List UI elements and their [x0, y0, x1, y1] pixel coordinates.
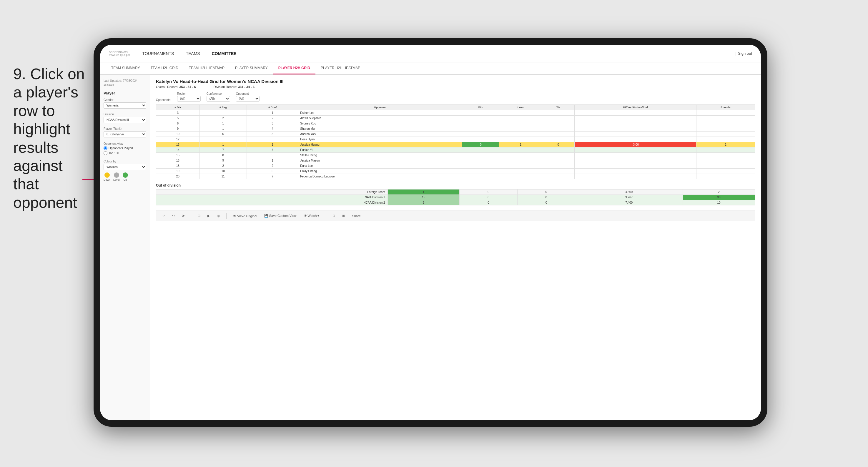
cell-loss: [499, 158, 542, 163]
out-col3-ncaa2: 0: [517, 200, 575, 206]
sub-nav-player-summary[interactable]: PLAYER SUMMARY: [230, 62, 273, 74]
share-button[interactable]: Share: [350, 214, 362, 218]
player-rank-select[interactable]: 8. Katelyn Vo: [103, 131, 146, 137]
out-of-division-table: Foreign Team 1 0 0 4.500 2 NAIA Division…: [156, 189, 755, 206]
out-col2-foreign: 0: [460, 189, 517, 195]
cell-rounds: [696, 116, 755, 121]
toolbar-redo-1[interactable]: ↪: [170, 213, 177, 218]
radio-top-100[interactable]: Top 100: [103, 151, 146, 155]
opponents-filter-group: Opponents:: [156, 98, 171, 101]
cell-tie: [542, 126, 575, 131]
out-win-foreign: 1: [388, 189, 460, 195]
toolbar-layout[interactable]: ⊡: [331, 213, 337, 218]
out-team-ncaa2: NCAA Division 2: [156, 200, 388, 206]
table-row-10[interactable]: 1822Euna Lee: [156, 163, 755, 168]
division-select[interactable]: NCAA Division III: [103, 117, 146, 123]
sub-nav-team-summary[interactable]: TEAM SUMMARY: [106, 62, 145, 74]
colour-by-select[interactable]: Win/loss: [103, 164, 146, 170]
out-row-foreign-team[interactable]: Foreign Team 1 0 0 4.500 2: [156, 189, 755, 195]
out-col2-naia: 0: [460, 195, 517, 200]
toolbar-undo[interactable]: ↩: [161, 213, 167, 218]
toolbar-redo-2[interactable]: ⟳: [180, 213, 186, 218]
dot-group-level: Level: [113, 173, 120, 181]
toolbar-grid[interactable]: ⊞: [196, 213, 202, 218]
cell-conf: 3: [247, 121, 298, 126]
sub-nav-player-h2h-grid[interactable]: PLAYER H2H GRID: [273, 62, 315, 74]
table-row-12[interactable]: 20117Federica Domecq Lacroze: [156, 174, 755, 179]
nav-teams[interactable]: TEAMS: [186, 50, 200, 57]
cell-win: [462, 174, 499, 179]
sign-out-button[interactable]: Sign out: [738, 51, 752, 56]
out-win-ncaa2: 5: [388, 200, 460, 206]
cell-tie: [542, 131, 575, 137]
last-updated-time: 16:55:38: [103, 83, 146, 86]
gender-select[interactable]: Women's: [103, 102, 146, 108]
radio-opponents-played[interactable]: Opponents Played: [103, 146, 146, 150]
table-row-6[interactable]: 1311Jessica Huang010-3.002: [156, 142, 755, 148]
cell-opponent: Sharon Mun: [298, 126, 462, 131]
col-conf: # Conf: [247, 105, 298, 111]
toolbar-circle[interactable]: ◎: [215, 213, 222, 218]
cell-reg: 1: [199, 121, 247, 126]
cell-win: [462, 121, 499, 126]
table-row-7[interactable]: 1474Eunice Yi: [156, 148, 755, 153]
cell-opponent: Federica Domecq Lacroze: [298, 174, 462, 179]
table-row-0[interactable]: 31Esther Lee: [156, 111, 755, 116]
col-tie: Tie: [542, 105, 575, 111]
cell-conf: [247, 137, 298, 142]
cell-div: 14: [156, 148, 200, 153]
cell-div: 16: [156, 158, 200, 163]
filters-row: Opponents: Region (All) Conference (All): [156, 92, 755, 101]
region-filter-select[interactable]: (All): [177, 96, 201, 101]
sub-nav-team-h2h-grid[interactable]: TEAM H2H GRID: [145, 62, 184, 74]
cell-rounds: [696, 158, 755, 163]
cell-reg: 2: [199, 116, 247, 121]
cell-loss: [499, 126, 542, 131]
division-record-value: 331 - 34 - 6: [238, 85, 254, 89]
save-custom-view-button[interactable]: 💾 Save Custom View: [262, 213, 298, 218]
cell-diff: [575, 116, 696, 121]
logo-sub: Powered by clippd: [109, 54, 131, 57]
cell-reg: 10: [199, 168, 247, 174]
table-row-9[interactable]: 1691Jessica Mason: [156, 158, 755, 163]
view-original-button[interactable]: 👁 View: Original: [231, 214, 259, 218]
watch-button[interactable]: 👁 Watch ▾: [302, 213, 321, 218]
cell-opponent: Alexis Sudjianto: [298, 116, 462, 121]
cell-win: [462, 126, 499, 131]
table-row-4[interactable]: 1063Andrea York: [156, 131, 755, 137]
opponent-filter-label: Opponent: [236, 92, 259, 95]
cell-reg: 1: [199, 126, 247, 131]
cell-tie: [542, 163, 575, 168]
dot-down: [104, 173, 110, 178]
table-row-5[interactable]: 12Heeji Hyun: [156, 137, 755, 142]
cell-opponent: Eunice Yi: [298, 148, 462, 153]
cell-rounds: 2: [696, 142, 755, 148]
conference-filter-select[interactable]: (All): [207, 96, 230, 101]
player-rank-label: Player (Rank): [103, 127, 146, 130]
cell-conf: 4: [247, 126, 298, 131]
opponent-filter-select[interactable]: (All): [236, 96, 259, 101]
table-row-11[interactable]: 19106Emily Chang: [156, 168, 755, 174]
sub-nav-team-h2h-heatmap[interactable]: TEAM H2H HEATMAP: [184, 62, 230, 74]
nav-tournaments[interactable]: TOURNAMENTS: [143, 50, 174, 57]
table-row-3[interactable]: 914Sharon Mun: [156, 126, 755, 131]
cell-opponent: Andrea York: [298, 131, 462, 137]
toolbar-play[interactable]: ▶: [206, 213, 212, 218]
logo: SCOREBOARD Powered by clippd: [109, 51, 131, 57]
gender-label: Gender: [103, 98, 146, 101]
cell-tie: [542, 116, 575, 121]
cell-div: 18: [156, 163, 200, 168]
nav-committee[interactable]: COMMITTEE: [212, 50, 237, 57]
table-row-1[interactable]: 522Alexis Sudjianto: [156, 116, 755, 121]
table-row-2[interactable]: 613Sydney Kuo: [156, 121, 755, 126]
table-row-8[interactable]: 1585Stella Cheng: [156, 153, 755, 158]
cell-rounds: [696, 126, 755, 131]
cell-conf: 2: [247, 116, 298, 121]
sub-nav-player-h2h-heatmap[interactable]: PLAYER H2H HEATMAP: [315, 62, 366, 74]
nav-bar: SCOREBOARD Powered by clippd TOURNAMENTS…: [100, 45, 761, 62]
out-row-naia[interactable]: NAIA Division 1 15 0 0 9.267 30: [156, 195, 755, 200]
cell-reg: 8: [199, 153, 247, 158]
cell-reg: 1: [199, 142, 247, 148]
toolbar-grid2[interactable]: ⊞: [340, 213, 347, 218]
out-row-ncaa2[interactable]: NCAA Division 2 5 0 0 7.400 10: [156, 200, 755, 206]
